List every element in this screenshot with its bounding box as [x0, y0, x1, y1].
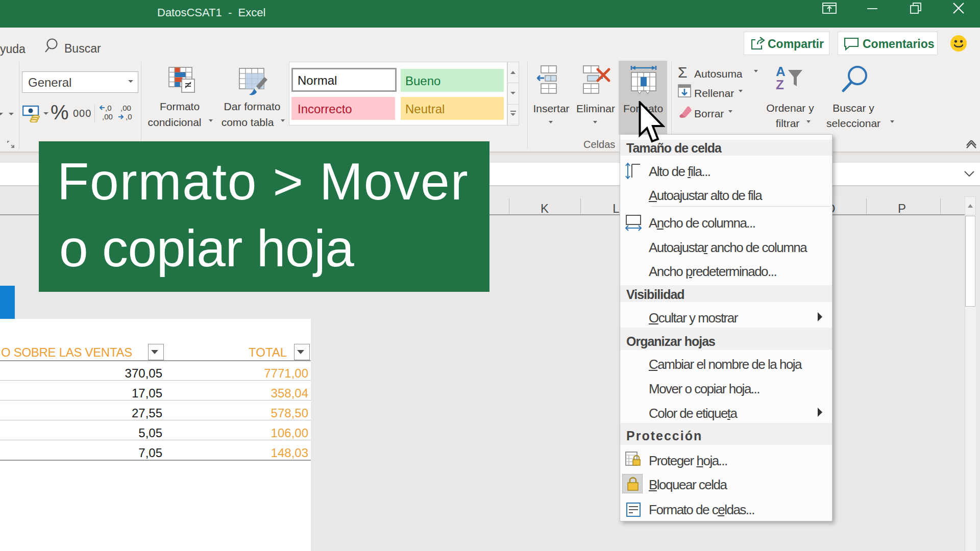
svg-text:,00: ,00: [120, 104, 131, 112]
svg-text:Z: Z: [776, 77, 784, 91]
svg-text:,0: ,0: [105, 104, 112, 112]
svg-text:,0: ,0: [126, 112, 132, 121]
svg-text:,00: ,00: [102, 112, 113, 121]
